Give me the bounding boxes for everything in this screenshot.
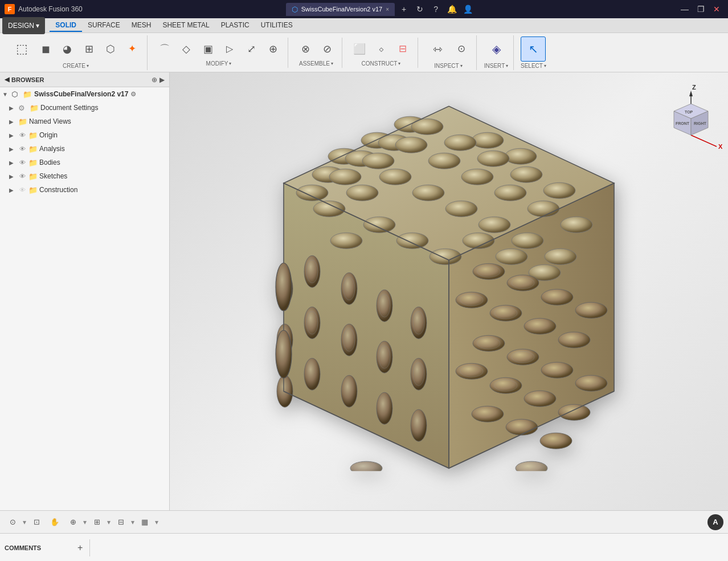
svg-point-85 — [541, 362, 573, 378]
svg-point-39 — [379, 169, 411, 185]
svg-point-30 — [362, 153, 394, 169]
pan-origin-button[interactable]: ⊡ — [28, 514, 44, 530]
tree-item-named-views[interactable]: ▶ 📁 Named Views — [0, 115, 169, 128]
tree-item-sketches[interactable]: ▶ 👁 📁 Sketches — [0, 169, 169, 183]
inspect-label[interactable]: INSPECT ▾ — [434, 63, 462, 69]
browser-expand-button[interactable]: ⊕ — [152, 76, 157, 84]
analysis-eye-icon[interactable]: 👁 — [19, 145, 27, 152]
display-dropdown-separator: ▾ — [131, 518, 134, 526]
loft-button[interactable]: ⬡ — [100, 39, 121, 59]
svg-point-50 — [496, 249, 527, 265]
help-button[interactable]: ? — [429, 2, 443, 16]
revolve-button[interactable]: ◕ — [57, 39, 77, 59]
view-cube[interactable]: Z X TOP FRONT RIGHT — [660, 84, 717, 152]
account-button[interactable]: 👤 — [461, 2, 475, 16]
select-label[interactable]: SELECT ▾ — [521, 63, 546, 69]
tree-item-bodies[interactable]: ▶ 👁 📁 Bodies — [0, 156, 169, 169]
select-button[interactable]: ↖ — [521, 36, 546, 62]
add-comment-button[interactable]: + — [77, 543, 83, 553]
svg-point-86 — [575, 375, 607, 391]
extrude-button[interactable]: ◼ — [35, 39, 56, 59]
tab-refresh-button[interactable]: ↻ — [413, 2, 427, 16]
svg-point-37 — [313, 201, 345, 217]
create-label[interactable]: CREATE ▾ — [63, 63, 89, 69]
draft-button[interactable]: ▷ — [219, 39, 240, 59]
combine-button[interactable]: ⊕ — [263, 39, 283, 59]
zoom-button[interactable]: ⊕ — [65, 514, 81, 530]
modify-dropdown-arrow: ▾ — [229, 61, 231, 66]
rib-button[interactable]: ✦ — [122, 39, 142, 59]
svg-point-35 — [527, 201, 559, 217]
fillet-button[interactable]: ⌒ — [154, 39, 175, 59]
interference-button[interactable]: ⊙ — [451, 39, 472, 59]
svg-point-81 — [524, 318, 556, 334]
tab-solid[interactable]: SOLID — [50, 19, 82, 32]
origin-label: Origin — [39, 131, 58, 139]
orbit-button[interactable]: ⊙ — [5, 514, 21, 530]
assemble-label[interactable]: ASSEMBLE ▾ — [299, 60, 333, 67]
maximize-button[interactable]: ❐ — [694, 2, 707, 16]
tab-utilities[interactable]: UTILITIES — [255, 19, 298, 32]
browser-collapse-button[interactable]: ▶ — [159, 76, 165, 84]
fit-view-button[interactable]: ⊞ — [89, 514, 105, 530]
joint-button[interactable]: ⊗ — [295, 39, 316, 59]
construction-eye-icon[interactable]: 👁 — [19, 186, 27, 193]
tree-item-construction[interactable]: ▶ 👁 📁 Construction — [0, 183, 169, 197]
svg-point-29 — [329, 169, 361, 185]
design-mode-button[interactable]: DESIGN ▾ — [2, 17, 45, 34]
svg-point-82 — [558, 332, 590, 348]
tree-item-document-settings[interactable]: ▶ ⚙ 📁 Document Settings — [0, 101, 169, 115]
toolbar-content: ⬚ ◼ ◕ ⊞ ⬡ ✦ CREATE ▾ ⌒ ◇ ▣ ▷ ⤢ ⊕ — [0, 33, 728, 72]
tab-mesh[interactable]: MESH — [126, 19, 157, 32]
tab-plastic[interactable]: PLASTIC — [215, 19, 255, 32]
svg-point-25 — [477, 151, 509, 166]
svg-point-24 — [444, 135, 476, 151]
insert-label[interactable]: INSERT ▾ — [484, 63, 509, 69]
midplane-button[interactable]: ⊟ — [392, 39, 413, 59]
insert-mesh-button[interactable]: ◈ — [484, 36, 509, 62]
tab-surface[interactable]: SURFACE — [82, 19, 126, 32]
tree-item-analysis[interactable]: ▶ 👁 📁 Analysis — [0, 142, 169, 156]
create-group: ⬚ ◼ ◕ ⊞ ⬡ ✦ CREATE ▾ — [5, 35, 148, 70]
modify-label[interactable]: MODIFY ▾ — [206, 60, 232, 67]
plane-at-angle-button[interactable]: ⬦ — [371, 39, 391, 59]
construct-label[interactable]: CONSTRUCT ▾ — [362, 60, 401, 67]
pan-button[interactable]: ✋ — [47, 514, 63, 530]
tab-close-button[interactable]: × — [386, 6, 389, 13]
construct-icons: ⬜ ⬦ ⊟ — [349, 39, 413, 59]
offset-plane-button[interactable]: ⬜ — [349, 39, 370, 59]
viewport[interactable]: Z X TOP FRONT RIGHT — [170, 72, 728, 510]
new-tab-button[interactable]: + — [397, 2, 411, 16]
design-label: DESIGN ▾ — [8, 22, 39, 30]
svg-point-109 — [350, 461, 382, 471]
measure-button[interactable]: ⇿ — [425, 36, 450, 62]
appearance-button[interactable]: A — [707, 514, 723, 530]
named-views-label: Named Views — [29, 117, 71, 125]
dropdown-separator: ▾ — [23, 518, 26, 526]
active-tab[interactable]: ⬡ SwissCubeFinalVersion2 v17 × — [286, 3, 395, 16]
analysis-label: Analysis — [39, 145, 65, 153]
bodies-eye-icon[interactable]: 👁 — [19, 159, 27, 166]
notifications-button[interactable]: 🔔 — [445, 2, 459, 16]
sketches-eye-icon[interactable]: 👁 — [19, 173, 27, 180]
root-expand-arrow: ▼ — [2, 91, 11, 97]
sweep-button[interactable]: ⊞ — [79, 39, 99, 59]
display-mode-button[interactable]: ⊟ — [113, 514, 129, 530]
modify-group: ⌒ ◇ ▣ ▷ ⤢ ⊕ MODIFY ▾ — [150, 38, 288, 68]
close-button[interactable]: ✕ — [710, 2, 723, 16]
construct-dropdown-arrow: ▾ — [398, 61, 400, 66]
tree-item-origin[interactable]: ▶ 👁 📁 Origin — [0, 128, 169, 142]
grid-button[interactable]: ▦ — [137, 514, 153, 530]
sketches-label: Sketches — [39, 172, 67, 180]
tree-root-item[interactable]: ▼ ⬡ 📁 SwissCubeFinalVersion2 v17 ⚙ — [0, 87, 169, 101]
construction-expand: ▶ — [9, 187, 18, 193]
chamfer-button[interactable]: ◇ — [176, 39, 197, 59]
minimize-button[interactable]: — — [678, 2, 692, 16]
browser-panel: ◀ BROWSER ⊕ ▶ ▼ ⬡ 📁 SwissCubeFinalVersio… — [0, 72, 170, 510]
new-component-button[interactable]: ⬚ — [9, 36, 34, 62]
tab-sheet-metal[interactable]: SHEET METAL — [157, 19, 215, 32]
origin-eye-icon[interactable]: 👁 — [19, 132, 27, 139]
scale-button[interactable]: ⤢ — [241, 39, 261, 59]
shell-button[interactable]: ▣ — [198, 39, 218, 59]
as-built-joint-button[interactable]: ⊘ — [317, 39, 337, 59]
